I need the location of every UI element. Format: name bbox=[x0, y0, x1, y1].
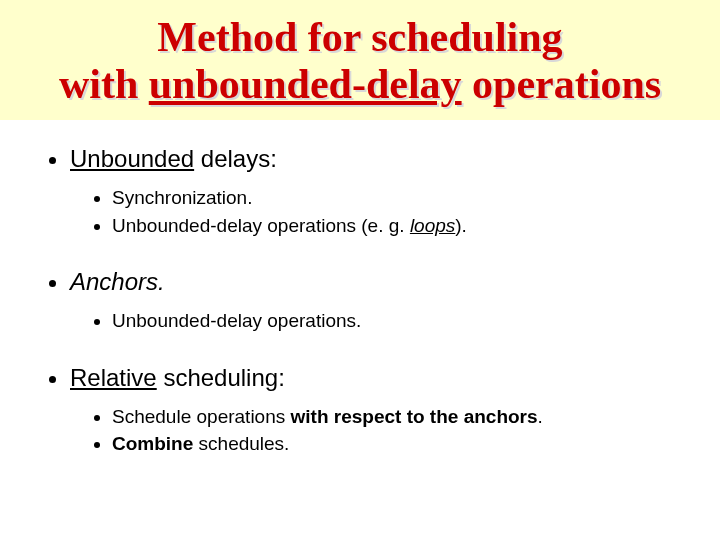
bullet-3-sub-2-bold: Combine bbox=[112, 433, 193, 454]
bullet-3-sub-1-post: . bbox=[538, 406, 543, 427]
title-band: Method for scheduling with unbounded-del… bbox=[0, 0, 720, 120]
bullet-1-sub-2-post: ). bbox=[455, 215, 467, 236]
bullet-2-em: Anchors. bbox=[70, 268, 165, 295]
bullet-2-sub-1: Unbounded-delay operations. bbox=[112, 307, 690, 335]
bullet-1-sub-2: Unbounded-delay operations (e. g. loops)… bbox=[112, 212, 690, 240]
bullet-3-sub-1-pre: Schedule operations bbox=[112, 406, 291, 427]
slide-body: Unbounded delays: Synchronization. Unbou… bbox=[0, 120, 720, 458]
title-line2-pre: with bbox=[59, 61, 149, 107]
bullet-1-sub-2-pre: Unbounded-delay operations (e. g. bbox=[112, 215, 410, 236]
bullet-3-sub-1-bold: with respect to the anchors bbox=[291, 406, 538, 427]
bullet-1-sub: Synchronization. Unbounded-delay operati… bbox=[70, 184, 690, 239]
bullet-1-underlined: Unbounded bbox=[70, 145, 194, 172]
bullet-3-post: scheduling: bbox=[157, 364, 285, 391]
bullet-3: Relative scheduling: Schedule operations… bbox=[70, 363, 690, 458]
title-line2-underlined: unbounded-delay bbox=[149, 61, 462, 107]
bullet-1-sub-2-em: loops bbox=[410, 215, 455, 236]
slide: Method for scheduling with unbounded-del… bbox=[0, 0, 720, 540]
bullet-3-sub-2-post: schedules. bbox=[193, 433, 289, 454]
slide-title: Method for scheduling with unbounded-del… bbox=[0, 14, 720, 108]
bullet-3-underlined: Relative bbox=[70, 364, 157, 391]
bullet-2: Anchors. Unbounded-delay operations. bbox=[70, 267, 690, 335]
bullet-3-sub-2: Combine schedules. bbox=[112, 430, 690, 458]
bullet-list: Unbounded delays: Synchronization. Unbou… bbox=[46, 144, 690, 458]
title-line1: Method for scheduling bbox=[157, 14, 562, 60]
bullet-2-sub: Unbounded-delay operations. bbox=[70, 307, 690, 335]
bullet-1: Unbounded delays: Synchronization. Unbou… bbox=[70, 144, 690, 239]
bullet-3-sub: Schedule operations with respect to the … bbox=[70, 403, 690, 458]
bullet-1-sub-1: Synchronization. bbox=[112, 184, 690, 212]
title-line2-post: operations bbox=[462, 61, 662, 107]
bullet-1-post: delays: bbox=[194, 145, 277, 172]
bullet-3-sub-1: Schedule operations with respect to the … bbox=[112, 403, 690, 431]
